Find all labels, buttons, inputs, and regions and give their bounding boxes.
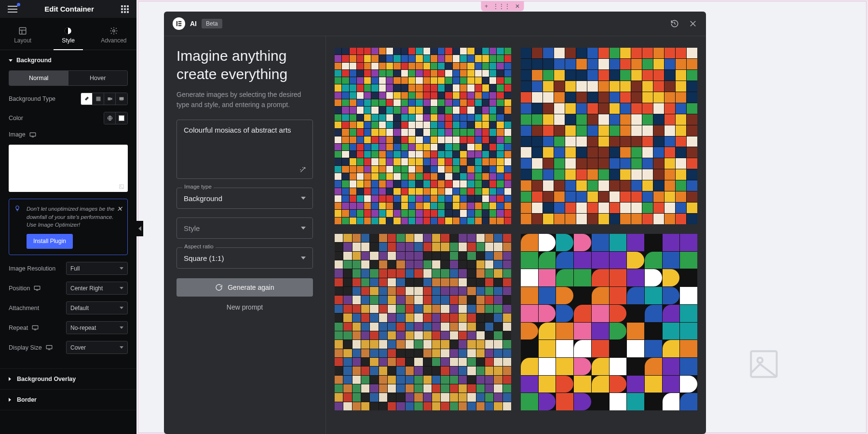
add-icon[interactable]: + <box>485 3 488 10</box>
modal-subtitle: Generate images by selecting the desired… <box>176 90 313 110</box>
label-color: Color <box>9 115 23 122</box>
select-img-res[interactable]: Full <box>66 262 128 275</box>
svg-point-21 <box>758 358 763 363</box>
panel-tabs: Layout Style Advanced <box>0 18 136 50</box>
label-aspect: Aspect ratio <box>182 244 216 249</box>
label-repeat: Repeat <box>9 325 28 331</box>
sidebar-header: Edit Container <box>0 0 136 18</box>
panel-title: Edit Container <box>44 5 94 13</box>
editor-sidebar: Edit Container Layout Style Advanced Bac… <box>0 0 136 434</box>
generated-image-2[interactable] <box>521 48 697 224</box>
svg-rect-7 <box>120 97 124 100</box>
svg-rect-25 <box>178 25 181 26</box>
section-head-background[interactable]: Background <box>0 50 136 70</box>
bg-type-slideshow[interactable] <box>116 93 127 105</box>
hamburger-icon[interactable] <box>8 6 17 13</box>
label-image-type: Image type <box>182 184 214 190</box>
results-panel <box>326 36 706 434</box>
select-attachment[interactable]: Default <box>66 301 128 314</box>
select-repeat[interactable]: No-repeat <box>66 321 128 334</box>
svg-rect-23 <box>178 21 181 22</box>
refresh-icon <box>215 284 223 291</box>
select-aspect[interactable]: Square (1:1) <box>176 247 313 269</box>
generated-image-3[interactable] <box>335 234 511 410</box>
svg-rect-6 <box>108 97 110 100</box>
new-prompt-button[interactable]: New prompt <box>176 303 313 311</box>
svg-rect-0 <box>19 27 26 34</box>
state-hover[interactable]: Hover <box>68 71 128 85</box>
history-icon[interactable] <box>670 19 679 28</box>
svg-rect-14 <box>35 286 41 290</box>
prompt-wrapper <box>176 120 313 179</box>
select-display-size[interactable]: Cover <box>66 341 128 354</box>
desktop-icon[interactable] <box>34 285 41 291</box>
state-normal[interactable]: Normal <box>9 71 68 85</box>
close-icon[interactable] <box>689 19 697 28</box>
label-attachment: Attachment <box>9 305 39 312</box>
layout-icon <box>18 27 27 35</box>
label-display-size: Display Size <box>9 344 42 351</box>
generate-button[interactable]: Generate again <box>176 278 313 297</box>
tab-style[interactable]: Style <box>45 23 91 50</box>
select-style[interactable]: Style <box>176 217 313 239</box>
select-position[interactable]: Center Right <box>66 282 128 295</box>
desktop-icon[interactable] <box>29 132 36 137</box>
bg-type-gradient[interactable] <box>93 93 104 105</box>
color-picker[interactable] <box>116 112 127 124</box>
tab-layout[interactable]: Layout <box>0 23 45 50</box>
delete-icon[interactable]: ✕ <box>515 3 520 10</box>
svg-rect-8 <box>120 101 123 101</box>
color-global[interactable] <box>104 112 116 124</box>
image-placeholder-icon <box>748 349 779 380</box>
ai-label: AI <box>190 20 197 27</box>
tip-close-icon[interactable]: ✕ <box>117 204 122 214</box>
drag-icon[interactable]: ⋮⋮⋮ <box>493 3 510 10</box>
prompt-input[interactable] <box>177 120 312 177</box>
gear-icon <box>109 27 118 35</box>
svg-rect-10 <box>30 133 36 136</box>
section-head-bg-overlay[interactable]: Background Overlay <box>0 369 136 389</box>
container-handle: + ⋮⋮⋮ ✕ <box>481 1 524 11</box>
image-well[interactable] <box>9 145 128 192</box>
svg-rect-16 <box>32 326 38 329</box>
style-icon <box>64 27 72 35</box>
install-plugin-button[interactable]: Install Plugin <box>27 234 73 249</box>
section-background: Background Normal Hover Background Type … <box>0 50 136 369</box>
ai-image-modal: AI Beta Imagine anything create everythi… <box>164 12 706 434</box>
label-bg-type: Background Type <box>9 95 55 102</box>
svg-rect-18 <box>46 346 52 349</box>
enhance-prompt-icon[interactable] <box>299 166 307 174</box>
generated-image-4[interactable] <box>521 234 697 410</box>
beta-badge: Beta <box>202 19 222 28</box>
label-position: Position <box>9 285 30 292</box>
generated-image-1[interactable] <box>335 48 511 224</box>
svg-point-4 <box>113 30 115 32</box>
desktop-icon[interactable] <box>32 325 39 330</box>
optimizer-tip: ✕ Don't let unoptimized images be the do… <box>9 199 128 255</box>
state-toggle: Normal Hover <box>9 70 128 86</box>
modal-title: Imagine anything create everything <box>176 47 313 83</box>
bg-type-video[interactable] <box>104 93 116 105</box>
tab-advanced[interactable]: Advanced <box>91 23 136 50</box>
svg-rect-22 <box>176 21 177 27</box>
desktop-icon[interactable] <box>46 345 53 350</box>
collapse-sidebar-button[interactable] <box>136 221 143 236</box>
lightbulb-icon <box>14 205 21 212</box>
modal-header: AI Beta <box>164 12 706 36</box>
svg-rect-24 <box>178 23 181 24</box>
bg-type-group <box>81 93 128 105</box>
prompt-panel: Imagine anything create everything Gener… <box>164 36 326 434</box>
widgets-grid-icon[interactable] <box>121 5 129 13</box>
svg-rect-5 <box>96 97 100 101</box>
elementor-logo-icon <box>173 17 185 30</box>
image-placeholder-icon <box>119 184 124 189</box>
bg-type-classic[interactable] <box>81 93 93 105</box>
label-img-res: Image Resolution <box>9 265 55 272</box>
section-head-border[interactable]: Border <box>0 390 136 410</box>
label-image: Image <box>9 131 26 138</box>
select-image-type[interactable]: Background <box>176 188 313 209</box>
svg-point-13 <box>121 186 122 187</box>
